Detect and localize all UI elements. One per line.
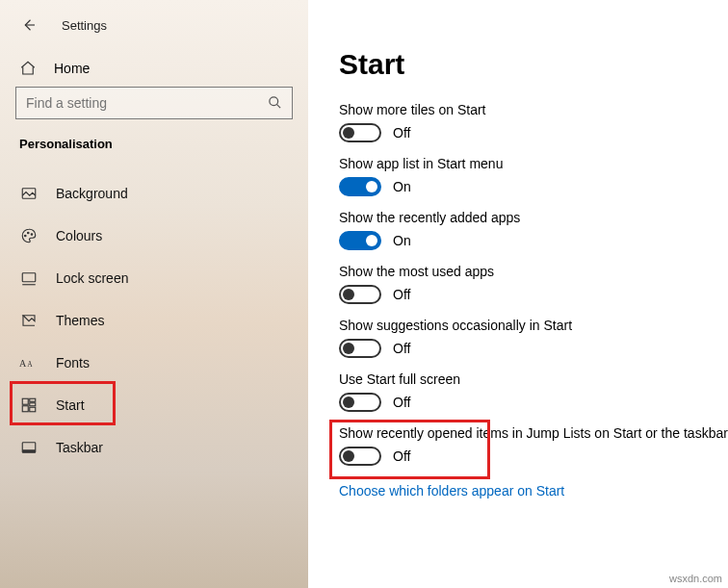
- app-title: Settings: [62, 18, 107, 33]
- toggle-state: Off: [393, 341, 410, 356]
- choose-folders-link[interactable]: Choose which folders appear on Start: [339, 483, 564, 499]
- taskbar-icon: [19, 438, 39, 457]
- sidebar-item-start[interactable]: Start: [0, 384, 308, 426]
- svg-text:A: A: [19, 358, 27, 369]
- setting-row: Show recently opened items in Jump Lists…: [339, 425, 728, 466]
- toggle-state: Off: [393, 448, 410, 464]
- svg-rect-12: [30, 407, 36, 412]
- toggle-switch[interactable]: [339, 447, 381, 466]
- sidebar-item-label: Themes: [56, 313, 105, 328]
- setting-row: Show app list in Start menuOn: [339, 156, 728, 196]
- svg-rect-11: [22, 406, 28, 412]
- sidebar-item-fonts[interactable]: AA Fonts: [0, 342, 308, 384]
- setting-row: Show suggestions occasionally in StartOf…: [339, 318, 728, 358]
- svg-point-4: [31, 234, 33, 236]
- svg-point-0: [270, 97, 278, 106]
- sidebar-item-themes[interactable]: Themes: [0, 299, 308, 342]
- svg-rect-8: [22, 398, 28, 404]
- toggle-state: On: [393, 233, 411, 248]
- svg-rect-10: [30, 403, 36, 406]
- setting-label: Show more tiles on Start: [339, 102, 728, 117]
- watermark: wsxdn.com: [669, 573, 722, 584]
- sidebar-item-colours[interactable]: Colours: [0, 215, 308, 257]
- setting-label: Show recently opened items in Jump Lists…: [339, 425, 728, 441]
- page-title: Start: [339, 48, 728, 81]
- search-icon: [268, 95, 282, 111]
- sidebar-item-lock-screen[interactable]: Lock screen: [0, 257, 308, 299]
- svg-rect-9: [30, 398, 36, 401]
- toggle-switch[interactable]: [339, 285, 381, 304]
- sidebar-nav: Background Colours Lock screen Themes: [0, 172, 308, 469]
- sidebar-item-background[interactable]: Background: [0, 172, 308, 215]
- setting-row: Show the most used appsOff: [339, 264, 728, 304]
- back-icon[interactable]: [19, 15, 39, 35]
- toggle-switch[interactable]: [339, 231, 381, 250]
- toggle-switch[interactable]: [339, 339, 381, 358]
- sidebar-item-label: Background: [56, 186, 128, 201]
- setting-row: Use Start full screenOff: [339, 371, 728, 412]
- setting-label: Show suggestions occasionally in Start: [339, 318, 728, 333]
- toggle-state: Off: [393, 395, 410, 410]
- toggle-state: Off: [393, 125, 410, 141]
- search-input[interactable]: [26, 95, 268, 111]
- sidebar-item-label: Fonts: [56, 355, 90, 371]
- home-icon: [19, 60, 37, 77]
- home-button[interactable]: Home: [15, 52, 293, 87]
- sidebar-item-label: Colours: [56, 228, 102, 243]
- start-icon: [19, 396, 39, 415]
- sidebar-item-taskbar[interactable]: Taskbar: [0, 426, 308, 469]
- picture-icon: [19, 184, 39, 203]
- search-box[interactable]: [15, 87, 293, 119]
- sidebar: Settings Home Personalisation: [0, 0, 308, 588]
- setting-label: Use Start full screen: [339, 371, 728, 387]
- palette-icon: [19, 226, 39, 245]
- setting-label: Show app list in Start menu: [339, 156, 728, 171]
- svg-rect-5: [22, 273, 36, 282]
- toggle-state: On: [393, 179, 411, 194]
- svg-text:A: A: [27, 360, 33, 369]
- toggle-switch[interactable]: [339, 393, 381, 412]
- sidebar-item-label: Lock screen: [56, 270, 128, 286]
- themes-icon: [19, 311, 39, 330]
- home-label: Home: [54, 61, 90, 76]
- setting-row: Show more tiles on StartOff: [339, 102, 728, 142]
- setting-row: Show the recently added appsOn: [339, 210, 728, 250]
- svg-rect-14: [22, 449, 36, 452]
- sidebar-item-label: Taskbar: [56, 440, 103, 455]
- setting-label: Show the most used apps: [339, 264, 728, 279]
- setting-label: Show the recently added apps: [339, 210, 728, 225]
- fonts-icon: AA: [19, 353, 39, 372]
- sidebar-item-label: Start: [56, 397, 85, 413]
- toggle-switch[interactable]: [339, 123, 381, 142]
- svg-point-3: [28, 232, 30, 234]
- svg-point-2: [25, 235, 27, 237]
- lock-screen-icon: [19, 268, 39, 288]
- main-panel: Start Show more tiles on StartOffShow ap…: [308, 0, 728, 588]
- toggle-switch[interactable]: [339, 177, 381, 196]
- category-heading: Personalisation: [0, 133, 308, 159]
- toggle-state: Off: [393, 287, 410, 302]
